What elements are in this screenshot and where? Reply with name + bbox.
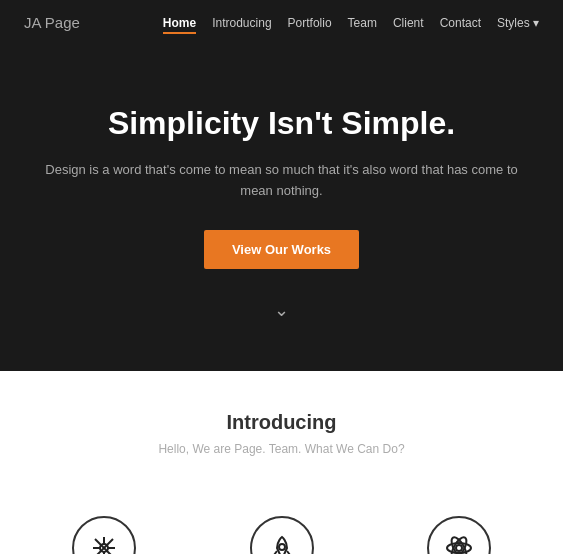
- card-ios: iOS Development Suspendisse in lorem ips…: [375, 516, 543, 554]
- rocket-icon: [267, 533, 297, 554]
- nav-item-client[interactable]: Client: [393, 13, 424, 31]
- atom-icon: [444, 533, 474, 554]
- scroll-down-icon[interactable]: ⌄: [40, 299, 523, 321]
- card-web-ui: Web & UI Design Metus Vestibulum cursus …: [20, 516, 188, 554]
- nav-item-introducing[interactable]: Introducing: [212, 13, 271, 31]
- nav-link-team[interactable]: Team: [348, 16, 377, 30]
- nav-link-home[interactable]: Home: [163, 16, 196, 34]
- intro-section: Introducing Hello, We are Page. Team. Wh…: [0, 371, 563, 516]
- hero-section: Simplicity Isn't Simple. Design is a wor…: [0, 44, 563, 371]
- nav-links: Home Introducing Portfolio Team Client C…: [163, 13, 539, 31]
- nav-link-portfolio[interactable]: Portfolio: [288, 16, 332, 30]
- nav-item-team[interactable]: Team: [348, 13, 377, 31]
- nav-link-client[interactable]: Client: [393, 16, 424, 30]
- logo[interactable]: JA Page: [24, 14, 80, 31]
- web-ui-icon: [72, 516, 136, 554]
- nav-link-introducing[interactable]: Introducing: [212, 16, 271, 30]
- nav-item-styles[interactable]: Styles ▾: [497, 13, 539, 31]
- svg-point-7: [279, 544, 285, 550]
- wrench-cross-icon: [89, 533, 119, 554]
- cards-container: Web & UI Design Metus Vestibulum cursus …: [0, 516, 563, 554]
- intro-subtitle: Hello, We are Page. Team. What We Can Do…: [20, 442, 543, 456]
- navbar: JA Page Home Introducing Portfolio Team …: [0, 0, 563, 44]
- nav-item-portfolio[interactable]: Portfolio: [288, 13, 332, 31]
- corporate-icon: [250, 516, 314, 554]
- card-corporate: Corporate Design Condimentum platea curs…: [198, 516, 366, 554]
- ios-icon: [427, 516, 491, 554]
- hero-subtitle: Design is a word that's come to mean so …: [40, 160, 523, 202]
- nav-item-contact[interactable]: Contact: [440, 13, 481, 31]
- intro-title: Introducing: [20, 411, 543, 434]
- svg-point-8: [456, 545, 462, 551]
- logo-suffix: Page: [41, 14, 80, 31]
- cta-button[interactable]: View Our Works: [204, 230, 359, 269]
- logo-ja: JA: [24, 14, 41, 31]
- hero-title: Simplicity Isn't Simple.: [40, 104, 523, 142]
- nav-link-styles[interactable]: Styles ▾: [497, 16, 539, 30]
- nav-item-home[interactable]: Home: [163, 13, 196, 31]
- nav-link-contact[interactable]: Contact: [440, 16, 481, 30]
